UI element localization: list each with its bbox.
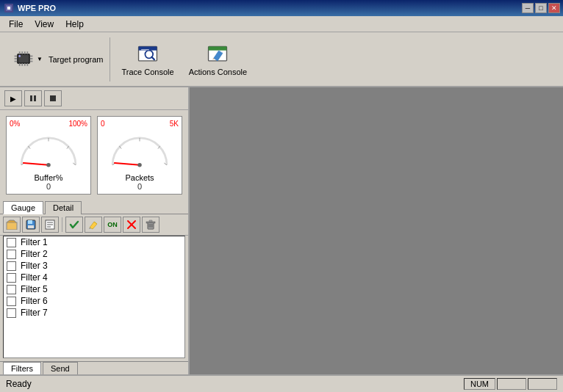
play-button[interactable]: ▶ (4, 90, 22, 106)
filter-checkbox-5[interactable] (7, 285, 16, 294)
filter-item-3[interactable]: Filter 3 (4, 260, 184, 272)
svg-rect-57 (146, 222, 155, 223)
svg-rect-17 (30, 58, 33, 59)
buffer-gauge-name: Buffer% (35, 173, 63, 182)
filter-checkbox-6[interactable] (7, 297, 16, 306)
svg-rect-18 (30, 60, 33, 62)
svg-rect-28 (30, 95, 32, 101)
maximize-button[interactable]: □ (535, 3, 547, 13)
buffer-gauge-value: 0 (46, 182, 51, 191)
right-panel (190, 87, 563, 374)
trace-console-icon (136, 43, 159, 66)
edit-filter-button[interactable] (85, 217, 102, 233)
trash-filter-button[interactable] (142, 217, 159, 233)
buffer-gauge: 0% 100% Buffer% 0 (6, 116, 91, 195)
on-filter-button[interactable]: ON (104, 217, 121, 233)
close-button[interactable]: ✕ (548, 3, 560, 13)
menu-help[interactable]: Help (60, 18, 90, 31)
filter-checkbox-1[interactable] (7, 238, 16, 247)
window-controls: ─ □ ✕ (522, 3, 560, 13)
packets-gauge-value: 0 (137, 182, 142, 191)
buffer-gauge-svg (10, 128, 87, 172)
svg-rect-8 (26, 51, 28, 54)
filter-item-6[interactable]: Filter 6 (4, 295, 184, 307)
svg-rect-47 (28, 220, 32, 224)
buffer-max-label: 100% (68, 120, 87, 128)
svg-rect-10 (21, 63, 23, 66)
svg-rect-58 (149, 220, 152, 222)
status-text: Ready (6, 379, 32, 389)
caps-lock-indicator (497, 378, 526, 390)
menu-file[interactable]: File (3, 18, 29, 31)
svg-point-44 (137, 163, 142, 167)
actions-console-icon (206, 43, 229, 66)
svg-rect-29 (34, 95, 36, 101)
tab-detail[interactable]: Detail (45, 201, 82, 214)
svg-rect-11 (24, 63, 26, 66)
filter-checkbox-4[interactable] (7, 273, 16, 283)
filter-checkbox-3[interactable] (7, 261, 16, 271)
packets-max-label: 5K (170, 120, 179, 128)
svg-rect-30 (50, 95, 56, 101)
packets-gauge-labels: 0 5K (101, 120, 179, 128)
target-program-button[interactable]: ▼ (6, 44, 49, 75)
main-toolbar: ▼ Target program Trace Console (0, 32, 563, 87)
scroll-lock-indicator (528, 378, 557, 390)
svg-rect-5 (19, 51, 21, 54)
filter-item-5[interactable]: Filter 5 (4, 283, 184, 295)
svg-point-19 (18, 55, 21, 57)
tab-gauge[interactable]: Gauge (3, 201, 43, 214)
filter-toolbar-sep-1 (62, 217, 62, 232)
tab-filters[interactable]: Filters (3, 362, 41, 374)
filter-label-4: Filter 4 (21, 272, 48, 283)
filter-label-1: Filter 1 (21, 237, 48, 247)
num-lock-indicator: NUM (464, 378, 495, 390)
left-panel: ▶ 0% 100% (0, 87, 190, 374)
stop-button[interactable] (44, 90, 62, 106)
filter-label-6: Filter 6 (21, 296, 48, 306)
playback-toolbar: ▶ (0, 87, 188, 110)
save-filter-button[interactable] (22, 217, 40, 233)
gauge-tab-strip: Gauge Detail (0, 200, 188, 214)
svg-rect-12 (26, 63, 28, 66)
svg-rect-45 (7, 222, 17, 230)
filter-item-4[interactable]: Filter 4 (4, 272, 184, 283)
target-program-arrow[interactable]: ▼ (37, 56, 43, 62)
target-program-icon (12, 47, 35, 70)
tab-send[interactable]: Send (43, 362, 78, 374)
svg-rect-2 (7, 7, 10, 10)
gauge-area: 0% 100% Buffer% 0 (0, 110, 188, 200)
trace-console-label: Trace Console (122, 68, 174, 76)
svg-rect-15 (15, 60, 18, 62)
buffer-min-label: 0% (10, 120, 20, 128)
toolbar-separator-1 (110, 37, 110, 81)
filter-item-2[interactable]: Filter 2 (4, 248, 184, 260)
check-filter-button[interactable] (65, 217, 83, 233)
minimize-button[interactable]: ─ (522, 3, 534, 13)
filter-list[interactable]: Filter 1 Filter 2 Filter 3 Filter 4 Filt… (3, 236, 185, 358)
svg-rect-9 (19, 63, 21, 66)
filter-checkbox-7[interactable] (7, 308, 16, 318)
status-right: NUM (464, 378, 557, 390)
packets-gauge-name: Packets (125, 173, 154, 182)
filter-label-3: Filter 3 (21, 261, 48, 271)
packets-gauge-svg (101, 128, 179, 172)
trace-console-button[interactable]: Trace Console (116, 40, 180, 79)
svg-rect-14 (15, 58, 18, 59)
svg-line-43 (115, 163, 140, 165)
target-program-label: Target program (49, 55, 104, 64)
open-filter-button[interactable] (3, 217, 21, 233)
filter-label-2: Filter 2 (21, 249, 48, 259)
main-area: ▶ 0% 100% (0, 87, 563, 374)
delete-filter-button[interactable] (123, 217, 140, 233)
filter-item-7[interactable]: Filter 7 (4, 307, 184, 319)
pause-button[interactable] (24, 90, 42, 106)
filter-checkbox-2[interactable] (7, 250, 16, 259)
save-as-filter-button[interactable] (41, 217, 59, 233)
filter-item-1[interactable]: Filter 1 (4, 236, 184, 248)
actions-console-button[interactable]: Actions Console (183, 40, 254, 79)
svg-rect-13 (15, 55, 18, 57)
svg-point-37 (46, 163, 51, 167)
bottom-tab-strip: Filters Send (0, 361, 188, 374)
menu-view[interactable]: View (29, 18, 60, 31)
